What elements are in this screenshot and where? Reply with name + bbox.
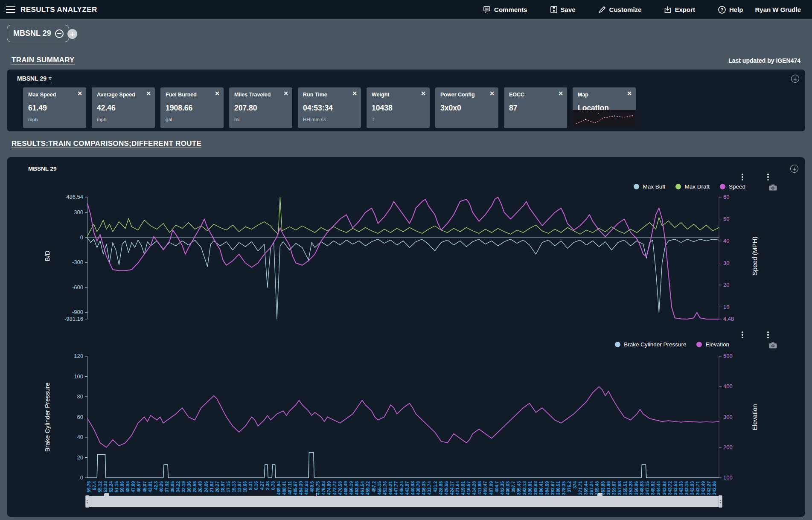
svg-text:472.72: 472.72 bbox=[332, 481, 337, 495]
svg-text:40: 40 bbox=[77, 434, 83, 440]
range-selector-scrollbar[interactable] bbox=[86, 496, 722, 507]
svg-text:50.06: 50.06 bbox=[119, 481, 125, 492]
svg-text:489.84: 489.84 bbox=[276, 481, 281, 495]
svg-text:426.66: 426.66 bbox=[444, 481, 449, 495]
svg-text:4.27: 4.27 bbox=[259, 481, 265, 490]
svg-text:414.28: 414.28 bbox=[471, 481, 477, 495]
svg-text:402.35: 402.35 bbox=[500, 481, 505, 495]
header-actions: CommentsSaveCustomizeExport?Help bbox=[483, 6, 743, 14]
add-consist-button[interactable]: + bbox=[67, 29, 77, 39]
navigator-right-handle[interactable] bbox=[719, 495, 722, 508]
card-value: 3x0x0 bbox=[440, 104, 494, 113]
svg-text:46.57: 46.57 bbox=[136, 481, 141, 492]
save-button[interactable]: Save bbox=[550, 6, 576, 13]
svg-text:34.22: 34.22 bbox=[175, 481, 180, 492]
svg-text:486.54: 486.54 bbox=[66, 194, 83, 200]
svg-text:343.72: 343.72 bbox=[667, 481, 672, 495]
svg-text:40.26: 40.26 bbox=[159, 481, 164, 492]
svg-text:12.97: 12.97 bbox=[237, 481, 242, 492]
svg-text:485.67: 485.67 bbox=[293, 481, 298, 495]
card-title: Weight bbox=[372, 92, 425, 98]
svg-text:37.92: 37.92 bbox=[164, 481, 169, 492]
chevron-down-icon: ▽ bbox=[49, 76, 52, 81]
card-unit: mi bbox=[234, 117, 288, 122]
svg-text:343.53: 343.53 bbox=[673, 481, 678, 495]
svg-text:400: 400 bbox=[723, 383, 733, 389]
card-value: 207.80 bbox=[234, 104, 288, 113]
close-icon[interactable]: ✕ bbox=[489, 90, 495, 96]
user-menu[interactable]: Ryan W Grudle bbox=[755, 6, 801, 13]
summary-card-run-time: Run Time✕04:53:34HH:mm:ss bbox=[298, 87, 361, 128]
svg-text:43.81: 43.81 bbox=[148, 481, 153, 492]
card-value: 87 bbox=[509, 104, 563, 113]
svg-text:100: 100 bbox=[723, 474, 733, 481]
last-updated-text: Last updated by IGEN474 bbox=[728, 57, 800, 64]
card-title: EOCC bbox=[509, 92, 563, 98]
svg-text:20: 20 bbox=[77, 454, 83, 461]
card-title: Run Time bbox=[303, 92, 357, 98]
svg-text:461.54: 461.54 bbox=[360, 481, 365, 495]
card-title: Average Speed bbox=[97, 92, 151, 98]
svg-text:474.89: 474.89 bbox=[326, 481, 332, 495]
svg-text:361.96: 361.96 bbox=[606, 481, 611, 495]
summary-card-fuel-burned: Fuel Burned✕1908.66gal bbox=[160, 87, 224, 128]
svg-text:24.06: 24.06 bbox=[204, 481, 209, 492]
bcp-elevation-chart[interactable]: 12010080604020050040030020010059.7657.45… bbox=[7, 328, 805, 517]
close-icon[interactable]: ✕ bbox=[77, 90, 82, 96]
svg-text:36.05: 36.05 bbox=[170, 481, 175, 492]
svg-text:4.48: 4.48 bbox=[723, 316, 734, 322]
export-button[interactable]: Export bbox=[664, 6, 695, 13]
close-icon[interactable]: ✕ bbox=[627, 90, 632, 96]
consist-tab[interactable]: MBSNL 29 bbox=[7, 25, 69, 42]
summary-card-weight: Weight✕10438T bbox=[367, 87, 430, 128]
close-icon[interactable]: ✕ bbox=[352, 90, 357, 96]
svg-text:482.63: 482.63 bbox=[304, 481, 309, 495]
results-heading: RESULTS:TRAIN COMPARISONS;DIFFERENT ROUT… bbox=[12, 139, 201, 148]
svg-text:400.03: 400.03 bbox=[505, 481, 510, 495]
summary-consist-selector[interactable]: MBSNL 29 ▽ bbox=[17, 75, 52, 83]
comments-button[interactable]: Comments bbox=[483, 6, 527, 13]
close-icon[interactable]: ✕ bbox=[146, 90, 151, 96]
close-icon[interactable]: ✕ bbox=[558, 90, 563, 96]
svg-text:443.07: 443.07 bbox=[405, 481, 410, 495]
card-unit: gal bbox=[166, 117, 219, 122]
customize-button[interactable]: Customize bbox=[599, 6, 642, 13]
help-button[interactable]: ?Help bbox=[718, 6, 743, 14]
svg-text:345.82: 345.82 bbox=[650, 481, 655, 495]
svg-text:353.28: 353.28 bbox=[628, 481, 633, 495]
svg-text:342.71: 342.71 bbox=[695, 481, 700, 495]
svg-text:466.19: 466.19 bbox=[349, 481, 354, 495]
svg-text:0: 0 bbox=[80, 234, 83, 241]
svg-text:51.15: 51.15 bbox=[114, 481, 119, 492]
comment-icon bbox=[483, 6, 491, 13]
close-icon[interactable]: ✕ bbox=[421, 90, 426, 96]
hamburger-menu-icon[interactable] bbox=[6, 6, 15, 13]
bd-speed-chart[interactable]: 486.543000-300-600-900-981.1660504030201… bbox=[7, 157, 805, 328]
export-icon bbox=[664, 6, 671, 13]
navigator-left-handle[interactable] bbox=[85, 495, 89, 508]
svg-text:419.01: 419.01 bbox=[460, 481, 466, 495]
svg-text:369.44: 369.44 bbox=[583, 481, 588, 495]
svg-text:342.93: 342.93 bbox=[690, 481, 695, 495]
svg-text:-981.16: -981.16 bbox=[64, 316, 83, 322]
close-icon[interactable]: ✕ bbox=[283, 90, 288, 96]
card-title: Miles Traveled bbox=[234, 92, 288, 98]
svg-text:347.15: 347.15 bbox=[645, 481, 650, 495]
svg-text:30.36: 30.36 bbox=[186, 481, 192, 492]
svg-text:60: 60 bbox=[77, 414, 83, 420]
map-thumbnail[interactable] bbox=[573, 110, 636, 128]
svg-text:350.96: 350.96 bbox=[634, 481, 639, 495]
svg-text:20.27: 20.27 bbox=[215, 481, 220, 492]
svg-text:359.87: 359.87 bbox=[611, 481, 617, 495]
svg-text:380.51: 380.51 bbox=[556, 481, 561, 495]
svg-text:60: 60 bbox=[723, 194, 729, 200]
svg-text:424.17: 424.17 bbox=[449, 481, 454, 495]
svg-text:395.43: 395.43 bbox=[516, 481, 521, 495]
svg-text:20: 20 bbox=[723, 282, 729, 288]
svg-text:450.21: 450.21 bbox=[388, 481, 393, 495]
svg-text:447.77: 447.77 bbox=[393, 481, 399, 495]
close-icon[interactable]: ✕ bbox=[215, 90, 220, 96]
add-metric-button[interactable]: + bbox=[791, 75, 799, 83]
svg-text:388.63: 388.63 bbox=[533, 481, 538, 495]
remove-consist-icon[interactable] bbox=[55, 29, 64, 38]
